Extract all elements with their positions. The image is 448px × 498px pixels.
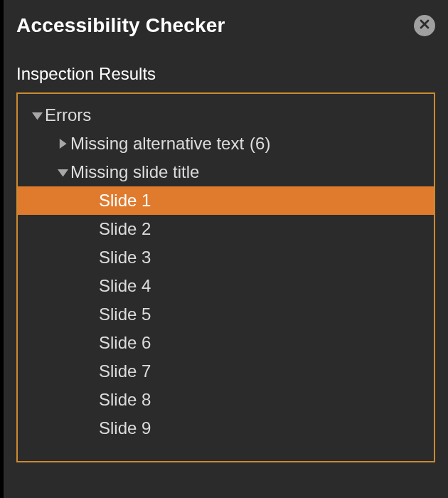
tree-item-slide[interactable]: Slide 6 (18, 329, 434, 357)
accessibility-checker-panel: Accessibility Checker Inspection Results… (4, 0, 448, 498)
tree-item-slide[interactable]: Slide 7 (18, 357, 434, 386)
tree-item-slide[interactable]: Slide 9 (18, 414, 434, 443)
tree-label: Missing slide title (70, 164, 199, 181)
tree-label: Slide 6 (99, 334, 151, 351)
tree-item-slide[interactable]: Slide 5 (18, 300, 434, 329)
tree-item-slide[interactable]: Slide 8 (18, 386, 434, 414)
tree-node-errors[interactable]: Errors (18, 101, 434, 129)
tree-item-slide[interactable]: Slide 3 (18, 243, 434, 272)
tree-label: Slide 2 (99, 221, 151, 238)
tree-label: Slide 5 (99, 306, 151, 323)
svg-marker-2 (58, 169, 68, 177)
tree-item-slide[interactable]: Slide 4 (18, 272, 434, 300)
results-container: Errors Missing alternative text (6) Miss… (16, 92, 435, 462)
panel-title: Accessibility Checker (16, 14, 225, 37)
tree-label: Slide 7 (99, 363, 151, 380)
panel-header: Accessibility Checker (16, 14, 435, 37)
chevron-right-icon (56, 137, 69, 150)
tree-label: Slide 3 (99, 249, 151, 266)
tree-item-slide[interactable]: Slide 2 (18, 215, 434, 243)
tree-label: Missing alternative text (70, 135, 244, 152)
item-count: (6) (250, 134, 270, 154)
chevron-down-icon (31, 109, 43, 122)
svg-marker-0 (32, 112, 43, 120)
tree-node-missing-alt-text[interactable]: Missing alternative text (6) (18, 129, 434, 158)
tree-label: Slide 4 (99, 277, 151, 295)
tree-label: Slide 8 (99, 391, 151, 408)
chevron-down-icon (56, 166, 69, 179)
section-title: Inspection Results (16, 64, 435, 84)
tree-label: Errors (45, 107, 91, 124)
tree-node-missing-slide-title[interactable]: Missing slide title (18, 158, 434, 186)
tree-label: Slide 1 (99, 192, 151, 209)
close-icon (419, 18, 430, 33)
svg-marker-1 (60, 139, 67, 149)
tree-label: Slide 9 (99, 420, 151, 437)
close-button[interactable] (414, 15, 435, 36)
tree-item-slide[interactable]: Slide 1 (18, 186, 434, 215)
